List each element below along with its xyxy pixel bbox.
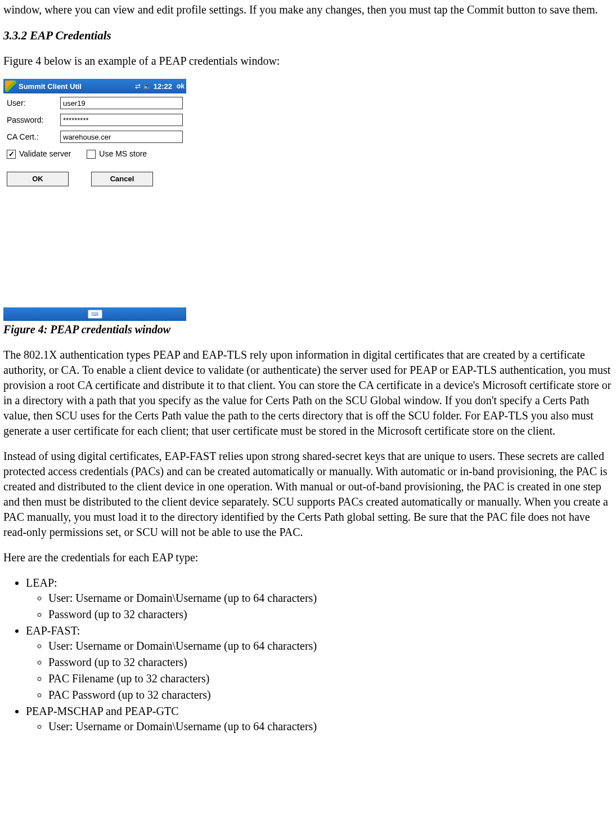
list-item: User: Username or Domain\Username (up to…	[48, 638, 613, 654]
window-title: Summit Client Util	[19, 82, 82, 92]
list-item: PAC Password (up to 32 characters)	[48, 687, 613, 703]
ok-softkey[interactable]: ok	[177, 82, 185, 91]
list-item: User: Username or Domain\Username (up to…	[48, 591, 613, 606]
eap-type-list: LEAP: User: Username or Domain\Username …	[3, 575, 613, 734]
section-heading: 3.3.2 EAP Credentials	[3, 28, 613, 43]
figure-4-screenshot: Summit Client Util ⇄ 🔈 12:22 ok User: Pa…	[3, 79, 613, 321]
figure-caption: Figure 4: PEAP credentials window	[3, 322, 613, 337]
list-item: Password (up to 32 characters)	[48, 655, 613, 670]
password-input[interactable]	[60, 114, 183, 126]
use-ms-store-label: Use MS store	[99, 149, 147, 159]
windows-logo-icon	[5, 81, 16, 92]
cacert-input[interactable]	[60, 131, 183, 143]
list-item: PAC Filename (up to 32 characters)	[48, 671, 613, 686]
validate-server-checkbox[interactable]: ✓	[7, 150, 16, 159]
figure-intro: Figure 4 below is an example of a PEAP c…	[3, 53, 613, 69]
cert-paragraph: The 802.1X authentication types PEAP and…	[3, 347, 613, 439]
list-item-leap: LEAP: User: Username or Domain\Username …	[26, 575, 613, 622]
intro-paragraph: window, where you can view and edit prof…	[3, 2, 613, 17]
list-item: User: Username or Domain\Username (up to…	[48, 719, 613, 734]
pac-paragraph: Instead of using digital certificates, E…	[3, 449, 613, 540]
cancel-button[interactable]: Cancel	[91, 172, 153, 186]
dialog-body: User: Password: CA Cert.: ✓ Validate ser…	[3, 93, 186, 307]
password-label: Password:	[7, 115, 60, 126]
use-ms-store-checkbox[interactable]	[87, 150, 96, 159]
ok-button[interactable]: OK	[7, 172, 69, 186]
list-item: Password (up to 32 characters)	[48, 607, 613, 622]
volume-icon: 🔈	[143, 82, 151, 91]
list-item-peap: PEAP-MSCHAP and PEAP-GTC User: Username …	[26, 704, 613, 734]
cacert-label: CA Cert.:	[7, 132, 60, 142]
window-titlebar: Summit Client Util ⇄ 🔈 12:22 ok	[3, 79, 186, 93]
validate-server-label: Validate server	[19, 149, 71, 159]
list-item-eapfast: EAP-FAST: User: Username or Domain\Usern…	[26, 623, 613, 703]
keyboard-icon[interactable]: ⌨	[88, 310, 102, 319]
user-label: User:	[7, 98, 60, 109]
taskbar: ⌨	[3, 307, 186, 321]
user-input[interactable]	[60, 97, 183, 109]
clock: 12:22	[154, 82, 172, 92]
credentials-intro: Here are the credentials for each EAP ty…	[3, 550, 613, 565]
network-icon: ⇄	[135, 82, 141, 91]
